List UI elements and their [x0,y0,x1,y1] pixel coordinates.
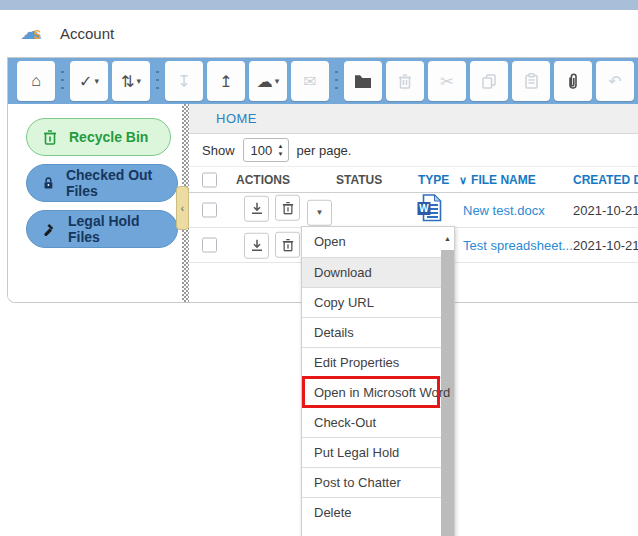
download-icon [251,239,263,252]
header-created-date[interactable]: CREATED DA [573,173,638,187]
row-checkbox[interactable] [202,203,217,218]
upload-button[interactable]: ↥ [207,61,245,101]
sidebar-item-recycle-bin[interactable]: Recycle Bin [26,118,171,156]
row-actions [244,232,302,259]
menu-item-details[interactable]: Details [302,317,441,347]
top-strip [0,0,638,10]
svg-text:W: W [419,203,429,214]
row-download-button[interactable] [244,232,269,258]
select-all-checkbox[interactable] [202,172,217,187]
toolbar-separator [333,68,340,94]
screen: ☁ S Account ⌂ ✓▾ ⇅▾ ↧ ↥ ☁▾ ✉ ✂ [0,0,638,536]
envelope-icon: ✉ [303,72,316,91]
attach-button[interactable] [554,61,592,101]
menu-item-edit-properties[interactable]: Edit Properties [302,347,441,377]
menu-item-download[interactable]: Download [302,257,441,287]
toolbar: ⌂ ✓▾ ⇅▾ ↧ ↥ ☁▾ ✉ ✂ [8,58,638,104]
check-icon: ✓ [79,72,92,91]
sdrive-logo-icon: ☁ S [20,22,50,46]
home-icon: ⌂ [31,72,41,90]
sidebar-item-legal-hold-files[interactable]: Legal Hold Files [26,210,178,248]
spin-up-icon: ▲ [278,143,284,149]
copy-icon [482,74,496,89]
file-name-link[interactable]: New test.docx [463,203,545,218]
menu-item-open-in-microsoft-word[interactable]: Open in Microsoft Word [302,377,441,407]
row-download-button[interactable] [244,195,269,221]
trash-icon [398,73,412,89]
paperclip-icon [567,73,579,90]
undo-icon: ↶ [608,72,621,91]
trash-icon [282,201,294,215]
trash-icon [43,129,57,145]
delete-button [386,61,424,101]
breadcrumb: HOME [189,104,638,134]
sort-button[interactable]: ⇅▾ [112,61,150,101]
cut-button: ✂ [428,61,466,101]
context-menu-items: Open Download Copy URL Details Edit Prop… [302,227,441,536]
scroll-up-icon: ▲ [444,235,451,242]
sidebar-item-label: Checked Out Files [66,167,161,199]
menu-item-post-to-chatter[interactable]: Post to Chatter [302,467,441,497]
sidebar-item-label: Recycle Bin [69,129,148,145]
sort-desc-icon: ∨ [459,174,467,186]
chevron-down-icon: ▾ [275,76,280,86]
home-button[interactable]: ⌂ [17,61,55,101]
header-file-name[interactable]: ∨FILE NAME [459,173,536,187]
logo-letter: S [33,28,41,42]
download-button: ↧ [165,61,203,101]
scroll-up-button[interactable]: ▲ [441,227,454,250]
cloud-icon: ☁ [257,72,273,91]
new-folder-button[interactable] [344,61,382,101]
per-page-label: per page. [297,143,352,158]
show-label: Show [202,143,235,158]
created-date: 2021-10-21 1 [573,238,638,253]
menu-item-check-out[interactable]: Check-Out [302,407,441,437]
caret-down-icon: ▼ [315,208,323,217]
row-actions: ▼ [244,195,334,226]
gavel-icon [43,222,56,237]
download-icon: ↧ [177,72,190,91]
folder-icon [354,74,372,88]
email-button: ✉ [291,61,329,101]
menu-item-put-legal-hold[interactable]: Put Legal Hold [302,437,441,467]
stepper-arrows[interactable]: ▲ ▼ [278,143,284,157]
row-context-menu: Open Download Copy URL Details Edit Prop… [301,226,455,536]
paste-button [512,61,550,101]
copy-button [470,61,508,101]
row-delete-button[interactable] [275,195,300,221]
sidebar-item-checked-out-files[interactable]: Checked Out Files [26,164,178,202]
menu-item-open[interactable]: Open [302,227,441,257]
app-header: ☁ S Account [0,10,638,57]
lock-icon [43,175,54,191]
row-delete-button[interactable] [275,232,300,258]
sidebar-item-label: Legal Hold Files [68,213,161,245]
pagination-row: Show 100 ▲ ▼ per page. [189,134,638,167]
trash-icon [282,238,294,252]
chevron-left-icon: ‹ [181,203,184,214]
paste-icon [525,73,538,89]
cloud-actions-button[interactable]: ☁▾ [249,61,287,101]
header-type[interactable]: TYPE [418,173,449,187]
row-checkbox[interactable] [202,238,217,253]
file-name-link[interactable]: Test spreadsheet... [463,238,573,253]
download-icon [251,202,263,215]
sidebar-collapse-handle[interactable]: ‹ [176,186,189,230]
sidebar: Recycle Bin Checked Out Files Legal Hold… [8,104,182,303]
page-size-stepper[interactable]: 100 ▲ ▼ [243,138,289,162]
page-size-value: 100 [251,143,278,158]
chevron-down-icon: ▾ [136,76,141,86]
header-actions: ACTIONS [236,173,290,187]
scissors-icon: ✂ [440,72,453,91]
upload-icon: ↥ [219,72,232,91]
chevron-down-icon: ▾ [94,76,99,86]
page-title: Account [60,25,114,42]
table-row: ▼ W New test.docx 2021-10-21 1 [189,193,638,228]
created-date: 2021-10-21 1 [573,203,638,218]
undo-button: ↶ [596,61,634,101]
select-all-button[interactable]: ✓▾ [70,61,108,101]
spin-down-icon: ▼ [278,151,284,157]
menu-item-delete[interactable]: Delete [302,497,441,527]
menu-item-copy-url[interactable]: Copy URL [302,287,441,317]
breadcrumb-home-link[interactable]: HOME [216,111,257,126]
row-menu-button[interactable]: ▼ [307,199,332,225]
